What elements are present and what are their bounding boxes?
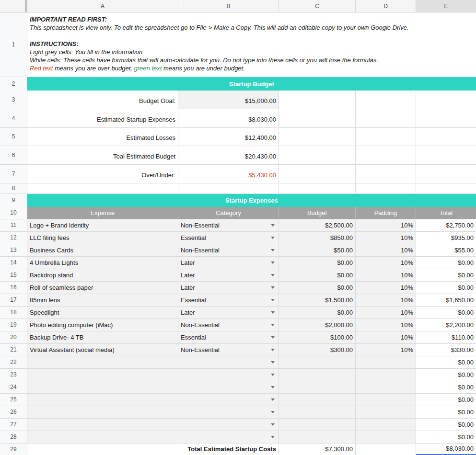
budget-cell-25[interactable]: [279, 394, 356, 406]
category-cell-19[interactable]: Non-Essential: [178, 319, 279, 331]
category-cell-20[interactable]: Essential: [178, 331, 279, 344]
expense-name-27[interactable]: [27, 419, 178, 431]
row-header-21[interactable]: 21: [0, 344, 27, 356]
dropdown-arrow-icon[interactable]: [271, 274, 275, 276]
budget-value-4[interactable]: $8,030.00: [178, 109, 279, 128]
category-cell-12[interactable]: Essential: [178, 232, 279, 244]
cell-e8[interactable]: [416, 183, 476, 194]
budget-cell-12[interactable]: $850.00: [279, 232, 356, 244]
total-cell-26[interactable]: $0.00: [416, 406, 476, 419]
cell-c8[interactable]: [279, 183, 356, 194]
row-header-6[interactable]: 6: [0, 146, 27, 165]
budget-cell-15[interactable]: $0.00: [279, 269, 356, 282]
row-header-24[interactable]: 24: [0, 381, 27, 394]
expenses-header-expense[interactable]: Expense: [27, 207, 178, 219]
budget-value-6[interactable]: $20,430.00: [178, 146, 279, 165]
total-cell-21[interactable]: $330.00: [416, 344, 476, 356]
cell-d29[interactable]: [356, 444, 416, 455]
padding-cell-13[interactable]: 10%: [356, 244, 416, 257]
dropdown-arrow-icon[interactable]: [271, 361, 275, 364]
row-header-14[interactable]: 14: [0, 257, 27, 269]
cell-total-budget[interactable]: $7,300.00: [279, 444, 356, 455]
budget-label-3[interactable]: Budget Goal:: [27, 91, 178, 109]
padding-cell-21[interactable]: 10%: [356, 344, 416, 356]
total-cell-11[interactable]: $2,750.00: [416, 219, 476, 232]
budget-label-5[interactable]: Estimated Losses: [27, 128, 178, 147]
dropdown-arrow-icon[interactable]: [271, 386, 275, 388]
cell-e3[interactable]: [416, 91, 476, 109]
padding-cell-24[interactable]: [356, 381, 416, 394]
total-cell-25[interactable]: $0.00: [416, 394, 476, 406]
cell-e5[interactable]: [416, 128, 476, 147]
row-header-3[interactable]: 3: [0, 91, 27, 109]
row-header-28[interactable]: 28: [0, 431, 27, 444]
padding-cell-11[interactable]: 10%: [356, 219, 416, 232]
category-cell-25[interactable]: [178, 394, 279, 406]
expense-name-23[interactable]: [27, 369, 178, 381]
row-header-25[interactable]: 25: [0, 394, 27, 406]
padding-cell-16[interactable]: 10%: [356, 282, 416, 294]
total-cell-22[interactable]: $0.00: [416, 356, 476, 369]
expense-name-20[interactable]: Backup Drive- 4 TB: [27, 331, 178, 344]
dropdown-arrow-icon[interactable]: [271, 311, 275, 314]
cell-d3[interactable]: [356, 91, 416, 109]
padding-cell-18[interactable]: 10%: [356, 307, 416, 319]
padding-cell-12[interactable]: 10%: [356, 232, 416, 244]
column-header-c[interactable]: C: [279, 0, 356, 12]
expense-name-22[interactable]: [27, 356, 178, 369]
row-header-5[interactable]: 5: [0, 128, 27, 147]
total-cell-17[interactable]: $1,650.00: [416, 294, 476, 307]
total-cell-20[interactable]: $110.00: [416, 331, 476, 344]
padding-cell-17[interactable]: 10%: [356, 294, 416, 307]
budget-cell-23[interactable]: [279, 369, 356, 381]
padding-cell-22[interactable]: [356, 356, 416, 369]
cell-e6[interactable]: [416, 146, 476, 165]
cell-d4[interactable]: [356, 109, 416, 128]
expense-name-17[interactable]: 85mm lens: [27, 294, 178, 307]
category-cell-15[interactable]: Later: [178, 269, 279, 282]
column-header-a[interactable]: A: [27, 0, 178, 12]
row-header-29[interactable]: 29: [0, 444, 27, 455]
category-cell-14[interactable]: Later: [178, 257, 279, 269]
total-cell-19[interactable]: $2,200.00: [416, 319, 476, 331]
padding-cell-27[interactable]: [356, 419, 416, 431]
expenses-header-total[interactable]: Total: [416, 207, 476, 219]
cell-c7[interactable]: [279, 165, 356, 183]
category-cell-11[interactable]: Non-Essential: [178, 219, 279, 232]
cell-total-sum[interactable]: $8,030.00: [416, 444, 476, 455]
total-cell-27[interactable]: $0.00: [416, 419, 476, 431]
row-header-26[interactable]: 26: [0, 406, 27, 419]
budget-value-7[interactable]: $5,430.00: [178, 165, 279, 183]
row-header-11[interactable]: 11: [0, 219, 27, 232]
expense-name-19[interactable]: Photo editing computer (iMac): [27, 319, 178, 331]
budget-cell-11[interactable]: $2,500.00: [279, 219, 356, 232]
budget-cell-27[interactable]: [279, 419, 356, 431]
row-header-23[interactable]: 23: [0, 369, 27, 381]
expense-name-11[interactable]: Logo + Brand identity: [27, 219, 178, 232]
cell-d8[interactable]: [356, 183, 416, 194]
expense-name-18[interactable]: Speedlight: [27, 307, 178, 319]
dropdown-arrow-icon[interactable]: [271, 374, 275, 376]
budget-banner[interactable]: Startup Budget: [27, 77, 476, 91]
dropdown-arrow-icon[interactable]: [271, 411, 275, 413]
total-cell-16[interactable]: $0.00: [416, 282, 476, 294]
category-cell-26[interactable]: [178, 406, 279, 419]
padding-cell-26[interactable]: [356, 406, 416, 419]
category-cell-22[interactable]: [178, 356, 279, 369]
budget-label-4[interactable]: Estimated Startup Expenses: [27, 109, 178, 128]
cell-c5[interactable]: [279, 128, 356, 147]
budget-label-6[interactable]: Toal Estimated Budget: [27, 146, 178, 165]
cell-d6[interactable]: [356, 146, 416, 165]
budget-cell-14[interactable]: $0.00: [279, 257, 356, 269]
row-header-16[interactable]: 16: [0, 282, 27, 294]
expense-name-21[interactable]: Virtual Assistant (social media): [27, 344, 178, 356]
budget-cell-26[interactable]: [279, 406, 356, 419]
category-cell-28[interactable]: [178, 431, 279, 444]
dropdown-arrow-icon[interactable]: [271, 436, 275, 438]
dropdown-arrow-icon[interactable]: [271, 398, 275, 401]
dropdown-arrow-icon[interactable]: [271, 324, 275, 326]
budget-value-5[interactable]: $12,400.00: [178, 128, 279, 147]
budget-value-3[interactable]: $15,000.00: [178, 91, 279, 109]
total-cell-28[interactable]: $0.00: [416, 431, 476, 444]
budget-cell-22[interactable]: [279, 356, 356, 369]
